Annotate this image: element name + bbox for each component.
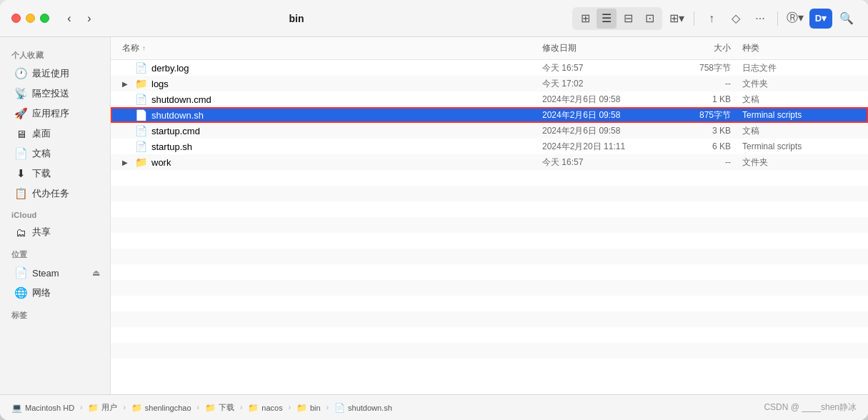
list-view-icon[interactable]: ☰ (597, 9, 617, 29)
sidebar-item-tasks[interactable]: 📋 代办任务 (3, 184, 107, 204)
breadcrumb-users[interactable]: 📁 用户 (88, 402, 117, 413)
col-kind-header[interactable]: 种类 (742, 42, 857, 54)
table-row[interactable]: ▶ 📁 logs 今天 17:02 -- 文件夹 (111, 76, 868, 91)
expand-arrow[interactable]: ▶ (122, 159, 131, 166)
file-icon: 📄 (135, 125, 147, 136)
file-size: 1 KB (671, 94, 742, 104)
table-row-empty (111, 201, 868, 217)
table-row[interactable]: 📄 startup.sh 2024年2月20日 11:11 6 KB Termi… (111, 139, 868, 154)
file-date: 今天 17:02 (542, 78, 671, 90)
apps-icon: 🚀 (14, 107, 27, 120)
breadcrumb-arrow-2: › (123, 404, 125, 411)
breadcrumb-arrow-3: › (197, 404, 199, 411)
steam-icon: 📄 (14, 266, 27, 279)
status-bar: 💻 Macintosh HD › 📁 用户 › 📁 shenlingchao ›… (0, 394, 868, 420)
sidebar-item-shared[interactable]: 🗂 共享 (3, 222, 107, 242)
file-kind: 文稿 (742, 125, 857, 137)
file-name: shutdown.cmd (151, 94, 211, 105)
table-row-empty (111, 327, 868, 343)
close-button[interactable] (11, 14, 21, 23)
sidebar-item-network[interactable]: 🌐 网络 (3, 283, 107, 303)
file-date: 2024年2月6日 09:58 (542, 109, 671, 121)
file-kind: Terminal scripts (742, 110, 857, 120)
table-row[interactable]: 📄 derby.log 今天 16:57 758字节 日志文件 (111, 60, 868, 76)
breadcrumb-user[interactable]: 📁 shenlingchao (131, 403, 191, 413)
file-kind: 文稿 (742, 94, 857, 106)
tag-icon[interactable]: ◇ (726, 9, 746, 29)
col-name-header[interactable]: 名称 ↑ (122, 42, 542, 54)
table-row-empty (111, 249, 868, 264)
file-name: startup.cmd (151, 126, 200, 136)
folder-icon: 📁 (135, 156, 147, 168)
table-row[interactable]: 📄 shutdown.cmd 2024年2月6日 09:58 1 KB 文稿 (111, 91, 868, 107)
downloads-folder-icon: 📁 (205, 403, 216, 413)
network-icon: 🌐 (14, 286, 27, 299)
sidebar-item-docs-label: 文稿 (32, 147, 51, 160)
profile-icon[interactable]: Ⓡ▾ (785, 9, 805, 29)
file-size: -- (671, 157, 742, 167)
sidebar-item-recent-label: 最近使用 (32, 67, 69, 80)
breadcrumb-bin[interactable]: 📁 bin (296, 403, 321, 413)
file-date: 2024年2月6日 09:58 (542, 94, 671, 106)
breadcrumb-downloads[interactable]: 📁 下载 (205, 402, 234, 413)
sidebar-item-apps[interactable]: 🚀 应用程序 (3, 104, 107, 124)
breadcrumb-macintosh-hd-label: Macintosh HD (25, 404, 74, 412)
tags-section-title: 标签 (0, 303, 110, 324)
sidebar-item-airdrop-label: 隔空投送 (32, 87, 69, 100)
file-name-cell: ▶ 📁 work (122, 156, 542, 168)
table-row[interactable]: 📄 startup.cmd 2024年2月6日 09:58 3 KB 文稿 (111, 123, 868, 139)
table-row-empty (111, 170, 868, 186)
shared-icon: 🗂 (14, 226, 27, 239)
macintosh-hd-icon: 💻 (11, 403, 22, 413)
file-name: logs (151, 79, 169, 89)
airdrop-icon: 📡 (14, 87, 27, 100)
file-size: 3 KB (671, 126, 742, 136)
search-icon[interactable]: 🔍 (837, 9, 857, 29)
steam-item-left: 📄 Steam (14, 266, 59, 279)
breadcrumb-bin-label: bin (310, 404, 321, 412)
file-icon: 📄 (135, 141, 147, 152)
more-icon[interactable]: ··· (750, 9, 770, 29)
user-folder-icon: 📁 (131, 403, 142, 413)
breadcrumb-user-label: shenlingchao (145, 404, 191, 412)
grid-view-icon[interactable]: ⊞ (575, 9, 595, 29)
table-row-empty (111, 264, 868, 280)
sidebar-item-desktop[interactable]: 🖥 桌面 (3, 124, 107, 144)
eject-icon[interactable]: ⏏ (92, 268, 100, 278)
sidebar-item-airdrop[interactable]: 📡 隔空投送 (3, 84, 107, 104)
separator1 (694, 11, 694, 26)
column-view-icon[interactable]: ⊟ (618, 9, 638, 29)
table-row[interactable]: 📄 shutdown.sh 2024年2月6日 09:58 875字节 Term… (111, 107, 868, 123)
icloud-section-title: iCloud (0, 204, 110, 222)
sidebar-item-steam[interactable]: 📄 Steam ⏏ (3, 263, 107, 283)
window-title: bin (21, 13, 572, 24)
breadcrumb-nacos-label: nacos (261, 404, 282, 412)
breadcrumb-downloads-label: 下载 (219, 402, 234, 413)
finder-window: ‹ › bin ⊞ ☰ ⊟ ⊡ ⊞▾ ↑ ◇ ··· Ⓡ▾ D▾ 🔍 个人收藏 (0, 0, 868, 420)
sidebar-item-downloads[interactable]: ⬇ 下载 (3, 164, 107, 184)
arrange-icon[interactable]: ⊞▾ (667, 9, 687, 29)
file-size: -- (671, 79, 742, 89)
breadcrumb-nacos[interactable]: 📁 nacos (248, 403, 282, 413)
col-size-header[interactable]: 大小 (671, 42, 742, 54)
sidebar-item-shared-label: 共享 (32, 226, 51, 239)
expand-arrow[interactable]: ▶ (122, 80, 131, 88)
breadcrumb-macintosh-hd[interactable]: 💻 Macintosh HD (11, 403, 74, 413)
file-date: 今天 16:57 (542, 62, 671, 74)
file-kind: Terminal scripts (742, 141, 857, 151)
col-date-header[interactable]: 修改日期 (542, 42, 671, 54)
table-row-empty (111, 343, 868, 359)
sidebar-item-docs[interactable]: 📄 文稿 (3, 144, 107, 164)
table-row-empty (111, 311, 868, 327)
sidebar-item-recent[interactable]: 🕐 最近使用 (3, 64, 107, 84)
shutdown-file-icon: 📄 (334, 403, 345, 413)
badge-icon[interactable]: D▾ (809, 9, 832, 29)
table-row[interactable]: ▶ 📁 work 今天 16:57 -- 文件夹 (111, 154, 868, 170)
content-area: 个人收藏 🕐 最近使用 📡 隔空投送 🚀 应用程序 🖥 桌面 📄 文稿 (0, 37, 868, 394)
downloads-icon: ⬇ (14, 167, 27, 180)
share-icon[interactable]: ↑ (702, 9, 722, 29)
file-name-cell: 📄 shutdown.sh (122, 109, 542, 121)
gallery-view-icon[interactable]: ⊡ (639, 9, 659, 29)
sidebar-item-downloads-label: 下载 (32, 167, 51, 180)
breadcrumb-shutdown-sh[interactable]: 📄 shutdown.sh (334, 403, 392, 413)
